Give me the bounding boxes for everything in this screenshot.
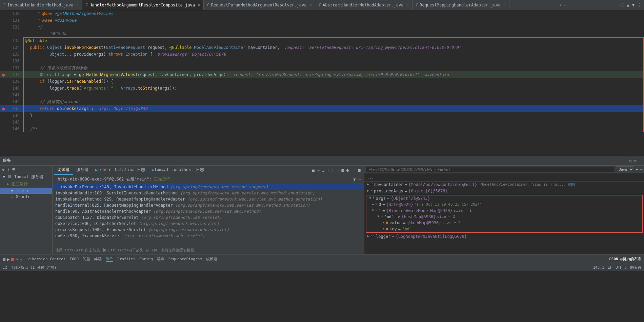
sidebar-tomcat[interactable]: ▼ Tomcat: [0, 188, 52, 194]
stack-item-2[interactable]: invokeHandlerMethod:929, RequestMappingH…: [53, 196, 364, 202]
up-arrow-icon[interactable]: ▲: [627, 3, 629, 7]
debug-hint: 使用 Ctrl+Alt+向上箭头 和 Ctrl+Alt+向下箭头 从 IDE 中…: [53, 246, 364, 254]
layout-icon[interactable]: ⊞: [12, 166, 15, 172]
code-line-usage: 16个用法: [0, 31, 644, 37]
tab-overflow[interactable]: ▾ ⋯: [557, 3, 569, 7]
restart-icon[interactable]: ↺: [1, 166, 5, 172]
tab-catalina[interactable]: ▶ Tomcat Catalina 日志: [92, 166, 148, 175]
expand-mavcontainer[interactable]: ▶: [367, 182, 369, 186]
var-link-mavcontainer[interactable]: 视图: [567, 182, 575, 187]
btab-dependencies[interactable]: 依赖项: [206, 256, 217, 262]
position-item[interactable]: 143:1: [593, 265, 604, 270]
tab-handler[interactable]: C HandlerMethodArgumentResolverComposite…: [82, 0, 204, 10]
btab-spring[interactable]: Spring: [139, 256, 153, 262]
expand-md-key[interactable]: ▶: [383, 227, 385, 230]
stack-item-1[interactable]: invokeAndHandle:109, ServletInvocableHan…: [53, 190, 364, 196]
stack-item-3[interactable]: handleInternal:825, RequestMappingHandle…: [53, 202, 364, 208]
sidebar-gradle[interactable]: ✓ Gradle: [0, 194, 52, 200]
btab-todo[interactable]: TODO: [70, 256, 79, 262]
minimize-icon[interactable]: −: [639, 158, 641, 164]
expand-args-1-md[interactable]: ▼: [377, 214, 379, 218]
debug-resume-icon[interactable]: ▶: [7, 257, 9, 262]
step-into-icon[interactable]: ↓: [322, 168, 324, 173]
expand-md-value[interactable]: ▶: [383, 221, 385, 224]
stack-item-4[interactable]: handle:90, AbstractHandlerMethodAdapter …: [53, 208, 364, 214]
tab-debugger[interactable]: 调试器: [54, 166, 73, 175]
restore-icon[interactable]: ⊕: [346, 168, 349, 173]
frame-icon[interactable]: ⊟: [341, 168, 344, 173]
sidebar-tomcat-server[interactable]: ▼ 🖥 Tomcat 服务器: [0, 173, 52, 181]
var-md-key[interactable]: ▶ ■ key = "md": [366, 226, 642, 232]
up-icon[interactable]: ↑: [6, 166, 10, 172]
stack-item-6[interactable]: doService:1006, DispatcherServlet (org.s…: [53, 221, 364, 227]
step-over-btn[interactable]: ↷: [15, 257, 18, 262]
varval-mavcontainer: {ModelAndViewContainer@5611}: [408, 182, 477, 187]
down-arrow-icon[interactable]: ▼: [632, 3, 635, 7]
btab-endpoints[interactable]: 端点: [157, 256, 164, 262]
var-logger[interactable]: ▶ oo logger = {LogAdapter$JavaUtilLog@56…: [364, 233, 644, 240]
stack-item-5[interactable]: doDispatch:1127, DispatcherServlet (org.…: [53, 214, 364, 221]
vars-search-input[interactable]: [366, 167, 615, 172]
tab-close-3[interactable]: ×: [309, 3, 311, 7]
stack-item-7[interactable]: processRequest:1085, FrameworkServlet (o…: [53, 227, 364, 233]
settings-icon[interactable]: ⚙: [629, 158, 631, 164]
i-icon-args0: ≡: [375, 202, 377, 206]
vars-more-icon[interactable]: ⋯: [640, 167, 643, 172]
tab-close-5[interactable]: ×: [504, 3, 506, 7]
filter-icon[interactable]: ≡: [312, 168, 315, 173]
i-icon-md: ≡: [381, 214, 383, 218]
code-line-144: 144 }: [0, 112, 644, 119]
btab-terminal[interactable]: 终端: [94, 256, 102, 262]
tab-abstract-handler[interactable]: C AbstractHandlerMethodAdapter.java ×: [315, 0, 412, 10]
sidebar-running[interactable]: ▶ 正在运行: [0, 181, 52, 188]
run-cursor-icon[interactable]: ↑: [331, 168, 334, 173]
add-watch-icon[interactable]: +: [636, 167, 638, 172]
lang-select[interactable]: Java: [616, 166, 634, 172]
var-mavcontainer[interactable]: ▶ P mavContainer = {ModelAndViewContaine…: [364, 182, 644, 188]
code-line-139: 139 if (logger.isTraceEnabled()) {: [0, 78, 644, 85]
brand-text: CSDN @努力的布布: [609, 257, 641, 262]
settings2-icon[interactable]: ⊞: [358, 168, 361, 173]
stop-icon[interactable]: ■: [11, 257, 14, 262]
tab-invocable[interactable]: C InvocableHandlerMethod.java ×: [0, 0, 82, 10]
btab-profiler[interactable]: Profiler: [117, 256, 135, 262]
stack-item-0[interactable]: → invokeForRequest:143, InvocableHandler…: [53, 184, 364, 190]
tab-close-4[interactable]: ×: [407, 3, 409, 7]
var-md-value[interactable]: ▶ ■ value = {HashMap@5936} size = 2: [366, 220, 642, 226]
expand-args[interactable]: ▼: [369, 196, 371, 200]
thread-more-icon[interactable]: ⋯: [359, 177, 361, 182]
step-out-icon[interactable]: ↑: [326, 168, 329, 173]
var-providedargs[interactable]: ▶ P providedArgs = {Object[0]@5678}: [364, 188, 644, 194]
var-args-0[interactable]: ▶ ≡ 0 = {Date@5929} "Fri Oct 11 19:40:25…: [366, 202, 642, 208]
expand-args-1[interactable]: ▼: [372, 208, 374, 212]
expand-args-0[interactable]: ▶: [372, 202, 374, 206]
more-icon[interactable]: ⋮: [637, 3, 641, 7]
btab-service[interactable]: 服务: [106, 256, 113, 262]
expand-logger[interactable]: ▶: [367, 234, 369, 238]
thread-filter-icon[interactable]: ▼: [353, 177, 356, 182]
eval-icon[interactable]: ≈: [336, 168, 339, 173]
tab-close-2[interactable]: ×: [198, 3, 200, 7]
stack-item-8[interactable]: doGet:960, FrameworkServlet (org.springf…: [53, 233, 364, 239]
tab-localhost[interactable]: ▶ Tomcat Localhost 日志: [148, 166, 207, 175]
lf-item[interactable]: LF: [608, 265, 612, 270]
expand-all-icon[interactable]: ⊞: [3, 257, 5, 262]
tab-request-mapping[interactable]: C RequestMappingHandlerAdapter.java ×: [412, 0, 509, 10]
var-args-1[interactable]: ▼ ≡ 1 = {BindingAwareModelMap@5930} size…: [366, 208, 642, 214]
step-over-icon[interactable]: ↷: [317, 168, 320, 173]
var-args-1-md[interactable]: ▼ ≡ "md" -> {HashMap@5936} size = 2: [366, 214, 642, 220]
encoding-item[interactable]: UTF-8: [616, 265, 627, 270]
tab-request-param[interactable]: C RequestParamMethodArgumentResolver.jav…: [204, 0, 315, 10]
btab-sequence[interactable]: SequenceDiagram: [168, 256, 202, 262]
debug-tabs: 调试器 服务器 ▶ Tomcat Catalina 日志 ▶ Tomcat Lo…: [53, 166, 364, 175]
git-branch-item[interactable]: ⎇ 已到达断点 (1 分钟 之前): [3, 265, 56, 270]
indent-item[interactable]: 制表符: [630, 265, 641, 270]
btab-version-control[interactable]: ⎇ Version Control: [26, 256, 65, 262]
gear-icon[interactable]: ⚙: [633, 158, 636, 164]
btab-problems[interactable]: 问题: [83, 256, 90, 262]
forward-icon[interactable]: ⇨: [20, 257, 22, 262]
var-args[interactable]: ▼ i args = {Object[2]@5843}: [366, 195, 642, 202]
tab-close-1[interactable]: ×: [77, 3, 79, 7]
expand-providedargs[interactable]: ▶: [367, 189, 369, 192]
tab-server[interactable]: 服务器: [73, 166, 92, 175]
